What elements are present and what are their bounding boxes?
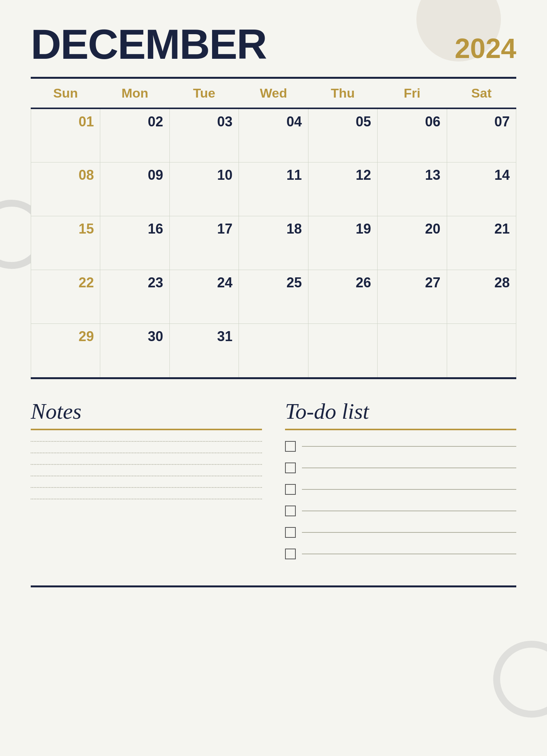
- day-21: 21: [447, 216, 516, 270]
- todo-section: To-do list: [285, 398, 516, 570]
- day-20: 20: [378, 216, 447, 270]
- calendar-bottom-border: [31, 377, 516, 379]
- day-empty-3: [378, 323, 447, 377]
- day-06: 06: [378, 108, 447, 162]
- todo-item-1: [285, 441, 516, 452]
- notes-title: Notes: [31, 398, 262, 424]
- todo-line-5: [302, 532, 516, 533]
- calendar-body: 01 02 03 04 05 06 07 08 09 10 11 12 13 1…: [31, 108, 516, 377]
- todo-line-2: [302, 468, 516, 468]
- page: DECEMBER 2024 Sun Mon Tue Wed Thu Fri Sa…: [0, 0, 547, 756]
- col-tue: Tue: [169, 79, 239, 108]
- todo-line-6: [302, 554, 516, 554]
- col-wed: Wed: [239, 79, 308, 108]
- todo-checkbox-2[interactable]: [285, 463, 296, 473]
- day-18: 18: [239, 216, 308, 270]
- day-08: 08: [31, 162, 100, 216]
- calendar-table: Sun Mon Tue Wed Thu Fri Sat 01 02 03 04 …: [31, 79, 516, 377]
- week-1: 01 02 03 04 05 06 07: [31, 108, 516, 162]
- week-5: 29 30 31: [31, 323, 516, 377]
- todo-item-2: [285, 463, 516, 473]
- notes-section: Notes: [31, 398, 262, 570]
- day-29: 29: [31, 323, 100, 377]
- day-07: 07: [447, 108, 516, 162]
- day-30: 30: [100, 323, 169, 377]
- day-empty-2: [308, 323, 377, 377]
- todo-checkbox-5[interactable]: [285, 527, 296, 538]
- day-header-row: Sun Mon Tue Wed Thu Fri Sat: [31, 79, 516, 108]
- notes-line-2: [31, 453, 262, 453]
- todo-line-3: [302, 489, 516, 490]
- notes-line-1: [31, 441, 262, 442]
- day-11: 11: [239, 162, 308, 216]
- notes-line-3: [31, 464, 262, 465]
- day-10: 10: [169, 162, 239, 216]
- todo-underline: [285, 429, 516, 430]
- page-bottom-border: [31, 585, 516, 587]
- day-28: 28: [447, 270, 516, 323]
- day-17: 17: [169, 216, 239, 270]
- day-27: 27: [378, 270, 447, 323]
- day-25: 25: [239, 270, 308, 323]
- year-badge: 2024: [455, 35, 516, 65]
- day-04: 04: [239, 108, 308, 162]
- day-09: 09: [100, 162, 169, 216]
- todo-item-5: [285, 527, 516, 538]
- todo-item-6: [285, 549, 516, 559]
- calendar-container: Sun Mon Tue Wed Thu Fri Sat 01 02 03 04 …: [31, 77, 516, 379]
- col-sun: Sun: [31, 79, 100, 108]
- col-mon: Mon: [100, 79, 169, 108]
- notes-line-5: [31, 487, 262, 488]
- col-sat: Sat: [447, 79, 516, 108]
- week-4: 22 23 24 25 26 27 28: [31, 270, 516, 323]
- header: DECEMBER 2024: [31, 23, 516, 65]
- week-3: 15 16 17 18 19 20 21: [31, 216, 516, 270]
- day-15: 15: [31, 216, 100, 270]
- notes-line-6: [31, 499, 262, 499]
- col-fri: Fri: [378, 79, 447, 108]
- day-02: 02: [100, 108, 169, 162]
- todo-line-4: [302, 511, 516, 511]
- todo-item-4: [285, 506, 516, 516]
- todo-checkbox-6[interactable]: [285, 549, 296, 559]
- deco-circle-right: [493, 641, 547, 718]
- todo-checkbox-3[interactable]: [285, 484, 296, 495]
- day-24: 24: [169, 270, 239, 323]
- todo-item-3: [285, 484, 516, 495]
- day-26: 26: [308, 270, 377, 323]
- day-empty-1: [239, 323, 308, 377]
- day-16: 16: [100, 216, 169, 270]
- day-31: 31: [169, 323, 239, 377]
- day-13: 13: [378, 162, 447, 216]
- notes-line-4: [31, 476, 262, 476]
- week-2: 08 09 10 11 12 13 14: [31, 162, 516, 216]
- notes-underline: [31, 429, 262, 430]
- todo-checkbox-1[interactable]: [285, 441, 296, 452]
- day-19: 19: [308, 216, 377, 270]
- todo-checkbox-4[interactable]: [285, 506, 296, 516]
- day-empty-4: [447, 323, 516, 377]
- day-05: 05: [308, 108, 377, 162]
- day-12: 12: [308, 162, 377, 216]
- bottom-section: Notes To-do list: [31, 398, 516, 570]
- day-23: 23: [100, 270, 169, 323]
- day-03: 03: [169, 108, 239, 162]
- day-14: 14: [447, 162, 516, 216]
- month-title: DECEMBER: [31, 23, 267, 65]
- day-01: 01: [31, 108, 100, 162]
- todo-line-1: [302, 446, 516, 447]
- day-22: 22: [31, 270, 100, 323]
- todo-title: To-do list: [285, 398, 516, 424]
- col-thu: Thu: [308, 79, 377, 108]
